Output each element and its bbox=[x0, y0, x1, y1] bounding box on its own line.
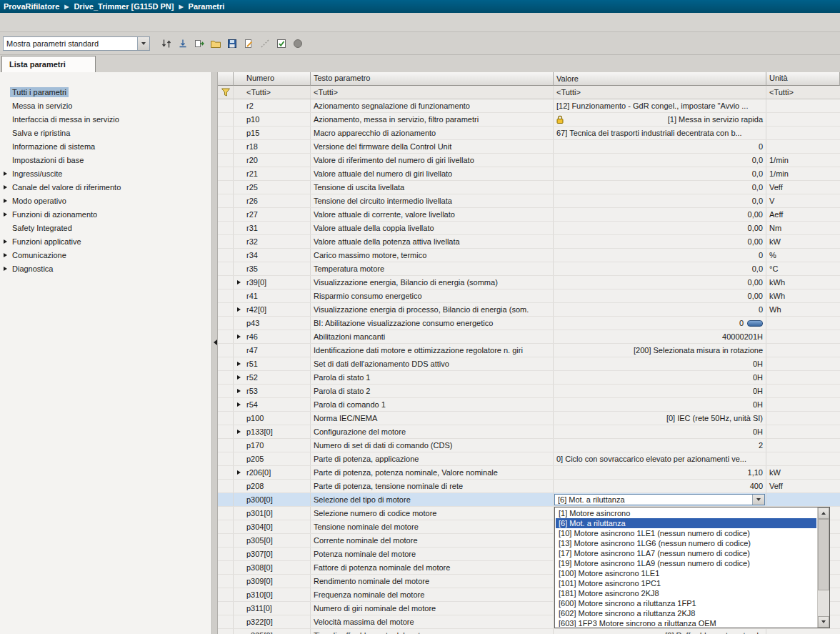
sidebar-item[interactable]: Comunicazione bbox=[0, 249, 211, 262]
accept-icon[interactable] bbox=[274, 36, 289, 51]
parameter-value-cell[interactable]: 1,10 bbox=[554, 466, 766, 479]
sort-order-icon[interactable] bbox=[159, 36, 174, 51]
parameter-value-cell[interactable]: 0,0 bbox=[554, 167, 766, 180]
parameter-row[interactable]: p133[0] Configurazione del motore 0H bbox=[218, 425, 840, 439]
expand-arrow-icon[interactable] bbox=[237, 307, 241, 312]
breadcrumb-item-parametri[interactable]: Parametri bbox=[189, 2, 225, 11]
parameter-row[interactable]: p43 BI: Abilitazione visualizzazione con… bbox=[218, 317, 840, 330]
parameter-value-cell[interactable]: 0,00 bbox=[554, 208, 766, 221]
parameter-row[interactable]: r53 Parola di stato 2 0H bbox=[218, 385, 840, 398]
parameter-value-cell[interactable]: 0,00 bbox=[554, 276, 766, 289]
dropdown-option[interactable]: [13] Motore asincrono 1LG6 (nessun numer… bbox=[556, 538, 816, 548]
parameter-row[interactable]: r25 Tensione di uscita livellata 0,0 Vef… bbox=[218, 181, 840, 194]
filter-unita[interactable]: <Tutti> bbox=[766, 86, 840, 99]
dropdown-option[interactable]: [19] Motore asincrono 1LA9 (nessun numer… bbox=[556, 558, 816, 568]
sidebar-item[interactable]: Ingressi/uscite bbox=[0, 167, 211, 181]
scroll-thumb[interactable] bbox=[818, 519, 829, 590]
parameter-row[interactable]: r18 Versione del firmware della Control … bbox=[218, 140, 840, 154]
bico-badge[interactable] bbox=[747, 320, 763, 327]
parameter-row[interactable]: r20 Valore di riferimento del numero di … bbox=[218, 154, 840, 167]
dropdown-scrollbar[interactable] bbox=[817, 507, 829, 628]
dropdown-option[interactable]: [603] 1FP3 Motore sincrono a riluttanza … bbox=[556, 618, 816, 627]
parameter-row[interactable]: r35 Temperatura motore 0,0 °C bbox=[218, 262, 840, 276]
dropdown-option[interactable]: [101] Motore asincrono 1PC1 bbox=[556, 578, 816, 588]
expand-arrow-icon[interactable] bbox=[237, 375, 241, 380]
parameter-row[interactable]: p15 Macro apparecchio di azionamento 67]… bbox=[218, 127, 840, 140]
parameter-row[interactable]: p335[0] Tipo di raffreddamento del motor… bbox=[218, 629, 840, 634]
parameter-value-cell[interactable]: 0 bbox=[554, 140, 766, 153]
parameter-value-cell[interactable]: 0] Ciclo con sovraccarico elevato per az… bbox=[554, 452, 766, 465]
parameter-value-cell[interactable]: 67] Tecnica dei trasporti industriali de… bbox=[554, 127, 766, 139]
sidebar-item[interactable]: Impostazioni di base bbox=[0, 154, 211, 167]
collapse-arrow-icon[interactable] bbox=[214, 340, 217, 345]
sidebar-item[interactable]: Funzioni di azionamento bbox=[0, 208, 211, 222]
filter-testo[interactable]: <Tutti> bbox=[311, 86, 554, 99]
sidebar-item[interactable]: Funzioni applicative bbox=[0, 235, 211, 249]
expand-arrow-icon[interactable] bbox=[4, 212, 7, 217]
parameter-value-cell[interactable]: [200] Selezionata misura in rotazione bbox=[554, 344, 766, 357]
load-values-icon[interactable] bbox=[175, 36, 191, 51]
parameter-row[interactable]: r27 Valore attuale di corrente, valore l… bbox=[218, 208, 840, 222]
tab-lista-parametri[interactable]: Lista parametri bbox=[1, 56, 96, 72]
parameter-value-cell[interactable]: [6] Mot. a riluttanza bbox=[554, 493, 766, 506]
parameter-row[interactable]: r41 Risparmio consumo energetico 0,00 kW… bbox=[218, 289, 840, 303]
parameter-value-cell[interactable]: [0] IEC (rete 50Hz, unità SI) bbox=[554, 412, 766, 425]
parameter-value-cell[interactable]: [0] Raffreddamento naturale bbox=[554, 629, 766, 634]
parameter-value-cell[interactable]: 0,0 bbox=[554, 181, 766, 194]
parameter-value-cell[interactable]: 0,00 bbox=[554, 235, 766, 248]
dropdown-option[interactable]: [600] Motore sincrono a riluttanza 1FP1 bbox=[556, 598, 816, 608]
dropdown-option[interactable]: [6] Mot. a riluttanza bbox=[556, 518, 816, 528]
chevron-down-icon[interactable] bbox=[752, 495, 764, 505]
sidebar-item[interactable]: Diagnostica bbox=[0, 262, 211, 276]
expand-arrow-icon[interactable] bbox=[4, 267, 7, 271]
expand-arrow-icon[interactable] bbox=[4, 199, 7, 203]
trace-icon[interactable] bbox=[257, 36, 273, 51]
parameter-value-cell[interactable]: 0H bbox=[554, 357, 766, 370]
dropdown-option[interactable]: [100] Motore asincrono 1LE1 bbox=[556, 568, 816, 578]
parameter-row[interactable]: r32 Valore attuale della potenza attiva … bbox=[218, 235, 840, 249]
parameter-row[interactable]: r39[0] Visualizzazione energia, Bilancio… bbox=[218, 276, 840, 289]
parameter-value-cell[interactable]: 0,0 bbox=[554, 262, 766, 275]
breadcrumb-item-device[interactable]: Drive_Trimmer [G115D PN] bbox=[74, 2, 174, 11]
parameter-row[interactable]: r42[0] Visualizzazione energia di proces… bbox=[218, 303, 840, 317]
expand-arrow-icon[interactable] bbox=[4, 239, 7, 244]
parameter-value-cell[interactable]: 0H bbox=[554, 371, 766, 384]
parameter-value-cell[interactable]: 0,00 bbox=[554, 222, 766, 234]
expand-arrow-icon[interactable] bbox=[237, 335, 241, 339]
parameter-row[interactable]: r2 Azionamento segnalazione di funzionam… bbox=[218, 99, 840, 113]
parameter-row[interactable]: r26 Tensione del circuito intermedio liv… bbox=[218, 194, 840, 208]
sidebar-item[interactable]: Modo operativo bbox=[0, 194, 211, 208]
dropdown-option[interactable]: [181] Motore asincrono 2KJ8 bbox=[556, 588, 816, 598]
header-unita[interactable]: Unità bbox=[766, 72, 840, 86]
header-valore[interactable]: Valore bbox=[554, 72, 766, 86]
dropdown-option[interactable]: [602] Motore sincrono a riluttanza 2KJ8 bbox=[556, 608, 816, 618]
expand-arrow-icon[interactable] bbox=[237, 362, 241, 366]
parameter-value-cell[interactable]: 0H bbox=[554, 398, 766, 411]
expand-arrow-icon[interactable] bbox=[4, 185, 7, 189]
export-icon[interactable] bbox=[191, 36, 207, 51]
record-icon[interactable] bbox=[290, 36, 306, 51]
sidebar-item[interactable]: Informazione di sistema bbox=[0, 140, 211, 154]
parameter-value-cell[interactable]: 2 bbox=[554, 439, 766, 452]
sidebar-item[interactable]: Tutti i parametri bbox=[0, 86, 211, 99]
add-folder-icon[interactable] bbox=[208, 36, 224, 51]
parameter-row[interactable]: r52 Parola di stato 1 0H bbox=[218, 371, 840, 385]
dropdown-option[interactable]: [10] Motore asincrono 1LE1 (nessun numer… bbox=[556, 528, 816, 538]
scroll-up-icon[interactable] bbox=[818, 507, 829, 519]
sidebar-item[interactable]: Canale del valore di riferimento bbox=[0, 181, 211, 194]
parameter-row[interactable]: p10 Azionamento, messa in servizio, filt… bbox=[218, 113, 840, 127]
sidebar-item[interactable]: Safety Integrated bbox=[0, 222, 211, 235]
parameter-row[interactable]: p170 Numero di set di dati di comando (C… bbox=[218, 439, 840, 452]
parameter-row[interactable]: r206[0] Parte di potenza, potenza nomina… bbox=[218, 466, 840, 480]
dropdown-option[interactable]: [17] Motore asincrono 1LA7 (nessun numer… bbox=[556, 548, 816, 558]
parameter-value-cell[interactable]: 400 bbox=[554, 480, 766, 492]
pane-splitter[interactable] bbox=[211, 72, 218, 634]
parameter-value-cell[interactable]: 0 bbox=[554, 249, 766, 262]
save-icon[interactable] bbox=[224, 36, 240, 51]
parameter-row[interactable]: r31 Valore attuale della coppia livellat… bbox=[218, 222, 840, 235]
parameter-row[interactable]: p208 Parte di potenza, tensione nominale… bbox=[218, 480, 840, 493]
edit-document-icon[interactable] bbox=[241, 36, 256, 51]
parameter-value-cell[interactable]: 0H bbox=[554, 425, 766, 438]
parameter-row[interactable]: p100 Norma IEC/NEMA [0] IEC (rete 50Hz, … bbox=[218, 412, 840, 425]
scroll-down-icon[interactable] bbox=[818, 616, 829, 628]
